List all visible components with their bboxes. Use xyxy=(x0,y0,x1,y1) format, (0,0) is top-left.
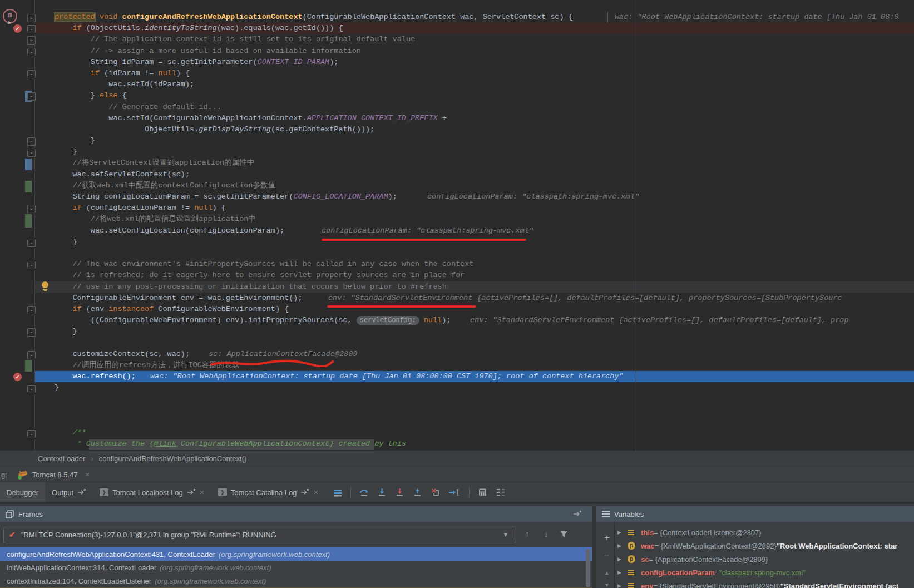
expand-arrow-icon[interactable]: ▶ xyxy=(617,530,628,535)
code-line[interactable]: wac.refresh();wac: "Root WebApplicationC… xyxy=(34,371,914,382)
tomcat-tab-label[interactable]: Tomcat 8.5.47 xyxy=(32,471,78,479)
fold-marker-icon[interactable]: ⌄ xyxy=(27,48,36,56)
code-line[interactable]: ConfigurableEnvironment env = wac.getEnv… xyxy=(34,293,914,304)
code-line[interactable]: } xyxy=(34,326,914,337)
code-line[interactable]: } xyxy=(34,382,914,393)
code-line[interactable]: // is refreshed; do it eagerly here to e… xyxy=(34,270,914,281)
code-line[interactable]: // use in any post-processing or initial… xyxy=(34,281,914,293)
expand-arrow-icon[interactable]: ▶ xyxy=(617,570,628,575)
debug-tab-debugger[interactable]: Debugger xyxy=(0,482,45,502)
step-out-icon[interactable] xyxy=(413,488,422,497)
fold-marker-icon[interactable]: ⌄ xyxy=(27,261,36,269)
code-line[interactable] xyxy=(34,393,914,404)
run-to-cursor-icon[interactable] xyxy=(448,488,461,497)
code-line[interactable]: ObjectUtils.getDisplayString(sc.getConte… xyxy=(34,124,914,135)
toolbar-menu-icon[interactable] xyxy=(333,488,342,497)
restore-layout-icon[interactable] xyxy=(496,488,506,497)
code-line[interactable]: String configLocationParam = sc.getInitP… xyxy=(34,191,914,202)
breakpoint-icon[interactable]: ✓ xyxy=(13,373,22,381)
scroll-up-icon[interactable]: ▲ xyxy=(604,566,610,579)
expand-arrow-icon[interactable]: ▶ xyxy=(617,556,628,562)
code-line[interactable]: // Generate default id... xyxy=(34,102,914,113)
code-line[interactable]: ((ConfigurableWebEnvironment) env).initP… xyxy=(34,315,914,326)
debug-tab-output[interactable]: Output xyxy=(45,482,93,502)
code-line[interactable]: customizeContext(sc, wac);sc: Applicatio… xyxy=(34,349,914,360)
close-icon[interactable]: ✕ xyxy=(85,471,90,478)
variable-row[interactable]: ▶this = {ContextLoaderListener@2807} xyxy=(615,526,914,539)
code-line[interactable]: // The wac environment's #initPropertySo… xyxy=(34,259,914,270)
jump-to-output-icon[interactable] xyxy=(300,488,309,496)
fold-marker-icon[interactable]: ⌄ xyxy=(27,205,36,213)
code-line[interactable]: } else { xyxy=(34,90,914,101)
code-line[interactable]: if (ObjectUtils.identityToString(wac).eq… xyxy=(34,23,914,34)
intention-bulb-icon[interactable] xyxy=(42,281,48,291)
stack-frame-row[interactable]: initWebApplicationContext:314, ContextLo… xyxy=(0,561,592,574)
fold-marker-icon[interactable]: ⌄ xyxy=(27,351,36,359)
code-line[interactable] xyxy=(34,337,914,348)
code-line[interactable]: } xyxy=(34,135,914,146)
expand-arrow-icon[interactable]: ▶ xyxy=(617,543,628,549)
fold-marker-icon[interactable]: ⌄ xyxy=(27,306,36,314)
stack-frame-row[interactable]: configureAndRefreshWebApplicationContext… xyxy=(0,547,592,561)
panel-divider[interactable] xyxy=(592,506,596,588)
code-line[interactable]: String idParam = sc.getInitParameter(CON… xyxy=(34,57,914,68)
code-line[interactable]: wac.setId(ConfigurableWebApplicationCont… xyxy=(34,113,914,124)
code-line[interactable]: wac.setConfigLocation(configLocationPara… xyxy=(34,225,914,236)
frames-scrollbar[interactable] xyxy=(586,549,590,587)
code-line[interactable]: if (idParam != null) { xyxy=(34,68,914,79)
code-line[interactable]: wac.setId(idParam); xyxy=(34,79,914,90)
close-icon[interactable]: ✕ xyxy=(313,489,318,496)
step-over-icon[interactable] xyxy=(359,488,369,497)
fold-marker-icon[interactable]: ⌄ xyxy=(27,328,36,337)
fold-marker-icon[interactable]: ⌄ xyxy=(27,70,36,78)
fold-marker-icon[interactable]: ⌄ xyxy=(27,430,36,438)
code-line[interactable]: if (configLocationParam != null) { xyxy=(34,202,914,214)
code-line[interactable]: // The application context id is still s… xyxy=(34,34,914,45)
jump-to-output-icon[interactable] xyxy=(77,488,86,496)
code-line[interactable]: protected void configureAndRefreshWebApp… xyxy=(34,12,914,23)
code-line[interactable]: //将web.xml的配置信息设置到application中 xyxy=(34,214,914,225)
code-line[interactable] xyxy=(34,248,914,259)
stack-frame-row[interactable]: contextInitialized:104, ContextLoaderLis… xyxy=(0,574,592,587)
code-line[interactable]: /** xyxy=(34,427,914,438)
code-line[interactable]: } xyxy=(34,236,914,248)
debug-tab-tomcat-localhost-log[interactable]: ❯Tomcat Localhost Log✕ xyxy=(93,482,211,502)
fold-marker-icon[interactable]: ⌄ xyxy=(27,137,36,146)
variable-row[interactable]: ▶pwac = {XmlWebApplicationContext@2892} … xyxy=(615,539,914,552)
variable-row[interactable]: ▶psc = {ApplicationContextFacade@2809} xyxy=(615,552,914,566)
method-breakpoint-icon[interactable]: m➤ xyxy=(3,9,17,23)
code-line[interactable]: //获取web.xml中配置的contextConfigLocation参数值 xyxy=(34,180,914,191)
breadcrumb-class[interactable]: ContextLoader xyxy=(38,454,85,463)
fold-marker-icon[interactable]: ⌄ xyxy=(27,149,36,157)
code-line[interactable] xyxy=(34,416,914,427)
thread-selector[interactable]: ✔ "RMI TCP Connection(3)-127.0.0.1"@2,37… xyxy=(3,526,516,543)
jump-to-source-icon[interactable] xyxy=(573,510,582,520)
code-line[interactable]: // -> assign a more useful id based on a… xyxy=(34,46,914,57)
evaluate-expression-icon[interactable] xyxy=(478,488,487,497)
frame-down-icon[interactable]: ↓ xyxy=(544,529,549,538)
code-line[interactable]: } xyxy=(34,146,914,157)
drop-frame-icon[interactable] xyxy=(431,488,440,497)
add-watch-icon[interactable]: + xyxy=(604,530,610,546)
code-line[interactable]: * Customize the {@link ConfigurableWebAp… xyxy=(34,438,914,449)
code-line[interactable] xyxy=(34,405,914,416)
fold-marker-icon[interactable]: ⌄ xyxy=(27,92,36,101)
breakpoint-icon[interactable]: ✓ xyxy=(13,24,22,33)
breadcrumb-method[interactable]: configureAndRefreshWebApplicationContext… xyxy=(99,454,247,463)
code-editor[interactable]: ⌄⌄⌄⌄⌄⌄⌄⌄⌄⌄⌄⌄⌄⌄⌄⌄m➤✓✓ protected void conf… xyxy=(0,0,914,451)
scroll-down-icon[interactable]: ▼ xyxy=(604,579,610,588)
step-into-icon[interactable] xyxy=(377,488,387,497)
chevron-down-icon[interactable]: ▼ xyxy=(502,531,509,538)
jump-to-output-icon[interactable] xyxy=(187,488,196,496)
code-line[interactable]: //调用应用的refresh方法，进行IOC容器的装载 xyxy=(34,360,914,371)
remove-watch-icon[interactable]: − xyxy=(604,546,610,566)
filter-icon[interactable] xyxy=(560,530,568,540)
code-area[interactable]: protected void configureAndRefreshWebApp… xyxy=(34,12,914,449)
fold-marker-icon[interactable]: ⌄ xyxy=(27,36,36,45)
fold-marker-icon[interactable]: ⌄ xyxy=(27,385,36,393)
variable-row[interactable]: ▶env = {StandardServletEnvironment@2958}… xyxy=(615,579,914,588)
fold-marker-icon[interactable]: ⌄ xyxy=(27,14,36,22)
close-icon[interactable]: ✕ xyxy=(200,489,205,496)
frame-up-icon[interactable]: ↑ xyxy=(525,529,530,538)
force-step-into-icon[interactable] xyxy=(395,488,404,497)
